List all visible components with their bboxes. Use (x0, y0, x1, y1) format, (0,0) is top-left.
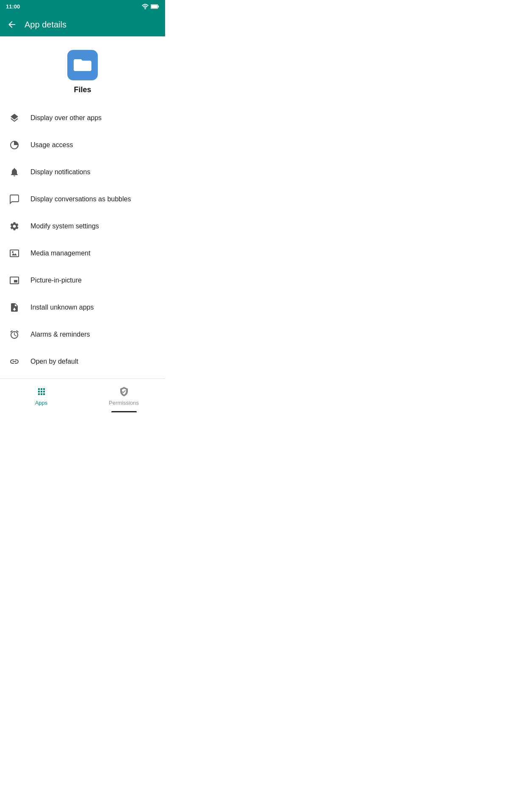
photo-icon (8, 247, 20, 259)
status-icons (141, 4, 159, 9)
chat-bubble-icon (8, 193, 20, 205)
menu-item-display-notifications[interactable]: Display notifications (0, 159, 165, 186)
menu-label-install-unknown: Install unknown apps (30, 304, 94, 311)
menu-label-alarms: Alarms & reminders (30, 331, 90, 338)
svg-rect-2 (158, 5, 159, 8)
menu-label-display-over: Display over other apps (30, 114, 102, 122)
app-name: Files (74, 85, 91, 94)
menu-item-display-over[interactable]: Display over other apps (0, 104, 165, 132)
top-app-bar: App details (0, 13, 165, 36)
alarm-icon (8, 329, 20, 340)
bottom-nav: Apps Permissions (0, 379, 165, 412)
menu-label-modify-settings: Modify system settings (30, 222, 99, 230)
layers-icon (8, 112, 20, 124)
menu-item-display-bubbles[interactable]: Display conversations as bubbles (0, 186, 165, 213)
app-icon-section: Files (0, 36, 165, 101)
nav-label-permissions: Permissions (109, 400, 139, 406)
grid-icon (36, 386, 47, 398)
battery-icon (151, 4, 159, 9)
status-bar: 11:00 (0, 0, 165, 13)
shield-icon (118, 386, 130, 398)
svg-point-4 (12, 251, 14, 253)
folder-icon (74, 56, 91, 74)
menu-item-modify-settings[interactable]: Modify system settings (0, 213, 165, 240)
menu-label-open-default: Open by default (30, 358, 78, 365)
menu-item-install-unknown[interactable]: Install unknown apps (0, 294, 165, 321)
menu-label-display-notifications: Display notifications (30, 168, 90, 176)
menu-item-alarms[interactable]: Alarms & reminders (0, 321, 165, 348)
gear-icon (8, 220, 20, 232)
nav-label-apps: Apps (35, 400, 48, 406)
menu-label-usage-access: Usage access (30, 141, 73, 149)
menu-item-picture-in-picture[interactable]: Picture-in-picture (0, 267, 165, 294)
status-time: 11:00 (6, 3, 20, 10)
menu-item-usage-access[interactable]: Usage access (0, 132, 165, 159)
back-arrow-icon (7, 19, 17, 30)
page-title: App details (25, 20, 66, 30)
svg-rect-3 (151, 5, 157, 8)
back-button[interactable] (7, 19, 17, 30)
nav-indicator (111, 411, 137, 412)
pie-chart-icon (8, 139, 20, 151)
svg-point-0 (145, 8, 146, 9)
wifi-icon (141, 4, 149, 9)
menu-label-media-management: Media management (30, 250, 90, 257)
menu-label-picture-in-picture: Picture-in-picture (30, 277, 82, 284)
pip-icon (8, 274, 20, 286)
menu-item-open-default[interactable]: Open by default (0, 348, 165, 375)
nav-item-permissions[interactable]: Permissions (83, 379, 165, 412)
menu-label-display-bubbles: Display conversations as bubbles (30, 195, 131, 203)
menu-list: Display over other apps Usage access Dis… (0, 101, 165, 379)
menu-item-media-management[interactable]: Media management (0, 240, 165, 267)
install-icon (8, 302, 20, 313)
app-icon (67, 50, 98, 80)
link-icon (8, 356, 20, 368)
bell-icon (8, 166, 20, 178)
nav-item-apps[interactable]: Apps (0, 379, 83, 412)
